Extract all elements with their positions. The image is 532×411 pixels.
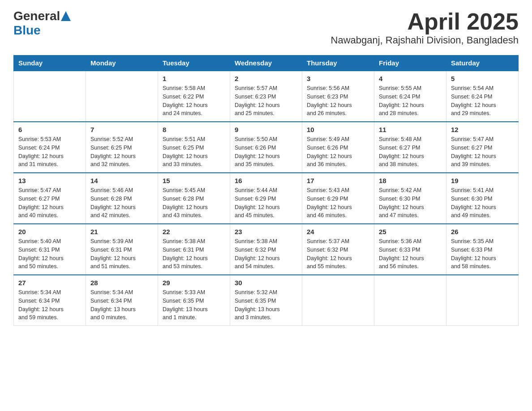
day-number: 26 [451, 228, 514, 235]
day-number: 9 [235, 126, 297, 133]
calendar-header: SundayMondayTuesdayWednesdayThursdayFrid… [14, 56, 519, 71]
calendar-week-1: 1Sunrise: 5:58 AMSunset: 6:22 PMDaylight… [14, 71, 519, 122]
calendar-day-10: 10Sunrise: 5:49 AMSunset: 6:26 PMDayligh… [302, 122, 374, 173]
logo-blue-text: Blue [13, 23, 41, 38]
calendar-week-2: 6Sunrise: 5:53 AMSunset: 6:24 PMDaylight… [14, 122, 519, 173]
day-number: 17 [307, 177, 369, 184]
day-info: Sunrise: 5:55 AMSunset: 6:24 PMDaylight:… [379, 84, 442, 118]
calendar-day-8: 8Sunrise: 5:51 AMSunset: 6:25 PMDaylight… [158, 122, 230, 173]
calendar-day-4: 4Sunrise: 5:55 AMSunset: 6:24 PMDaylight… [374, 71, 446, 122]
calendar-day-22: 22Sunrise: 5:38 AMSunset: 6:31 PMDayligh… [158, 224, 230, 275]
calendar-day-23: 23Sunrise: 5:38 AMSunset: 6:32 PMDayligh… [230, 224, 302, 275]
calendar-day-17: 17Sunrise: 5:43 AMSunset: 6:29 PMDayligh… [302, 173, 374, 224]
calendar-day-7: 7Sunrise: 5:52 AMSunset: 6:25 PMDaylight… [86, 122, 158, 173]
day-number: 20 [18, 228, 81, 235]
calendar-day-9: 9Sunrise: 5:50 AMSunset: 6:26 PMDaylight… [230, 122, 302, 173]
day-number: 22 [163, 228, 225, 235]
calendar-day-21: 21Sunrise: 5:39 AMSunset: 6:31 PMDayligh… [86, 224, 158, 275]
day-number: 14 [90, 177, 153, 184]
day-header-friday: Friday [374, 56, 446, 71]
calendar-day-27: 27Sunrise: 5:34 AMSunset: 6:34 PMDayligh… [14, 275, 86, 326]
day-info: Sunrise: 5:46 AMSunset: 6:28 PMDaylight:… [90, 186, 153, 220]
calendar-empty-cell [446, 275, 519, 326]
day-number: 6 [18, 126, 81, 133]
day-info: Sunrise: 5:37 AMSunset: 6:32 PMDaylight:… [307, 237, 369, 271]
day-header-wednesday: Wednesday [230, 56, 302, 71]
calendar-day-30: 30Sunrise: 5:32 AMSunset: 6:35 PMDayligh… [230, 275, 302, 326]
calendar-day-11: 11Sunrise: 5:48 AMSunset: 6:27 PMDayligh… [374, 122, 446, 173]
day-number: 29 [163, 279, 225, 287]
day-info: Sunrise: 5:47 AMSunset: 6:27 PMDaylight:… [18, 186, 81, 220]
day-info: Sunrise: 5:50 AMSunset: 6:26 PMDaylight:… [235, 135, 297, 169]
title-block: April 2025 Nawabganj, Rajshahi Division,… [331, 9, 519, 46]
day-number: 7 [90, 126, 153, 133]
day-info: Sunrise: 5:57 AMSunset: 6:23 PMDaylight:… [235, 84, 297, 118]
day-header-thursday: Thursday [302, 56, 374, 71]
day-number: 18 [379, 177, 442, 184]
day-number: 2 [235, 75, 297, 82]
calendar-day-6: 6Sunrise: 5:53 AMSunset: 6:24 PMDaylight… [14, 122, 86, 173]
calendar-day-24: 24Sunrise: 5:37 AMSunset: 6:32 PMDayligh… [302, 224, 374, 275]
day-number: 23 [235, 228, 297, 235]
day-info: Sunrise: 5:38 AMSunset: 6:32 PMDaylight:… [235, 237, 297, 271]
calendar-day-18: 18Sunrise: 5:42 AMSunset: 6:30 PMDayligh… [374, 173, 446, 224]
day-number: 10 [307, 126, 369, 133]
day-number: 27 [18, 279, 81, 287]
calendar-day-25: 25Sunrise: 5:36 AMSunset: 6:33 PMDayligh… [374, 224, 446, 275]
day-number: 4 [379, 75, 442, 82]
calendar-day-1: 1Sunrise: 5:58 AMSunset: 6:22 PMDaylight… [158, 71, 230, 122]
day-info: Sunrise: 5:35 AMSunset: 6:33 PMDaylight:… [451, 237, 514, 271]
page-subtitle: Nawabganj, Rajshahi Division, Bangladesh [331, 34, 519, 46]
day-info: Sunrise: 5:43 AMSunset: 6:29 PMDaylight:… [307, 186, 369, 220]
calendar-empty-cell [14, 71, 86, 122]
calendar-day-2: 2Sunrise: 5:57 AMSunset: 6:23 PMDaylight… [230, 71, 302, 122]
day-info: Sunrise: 5:58 AMSunset: 6:22 PMDaylight:… [163, 84, 225, 118]
calendar-day-26: 26Sunrise: 5:35 AMSunset: 6:33 PMDayligh… [446, 224, 519, 275]
day-info: Sunrise: 5:42 AMSunset: 6:30 PMDaylight:… [379, 186, 442, 220]
calendar-day-20: 20Sunrise: 5:40 AMSunset: 6:31 PMDayligh… [14, 224, 86, 275]
day-number: 28 [90, 279, 153, 287]
day-header-sunday: Sunday [14, 56, 86, 71]
calendar-day-13: 13Sunrise: 5:47 AMSunset: 6:27 PMDayligh… [14, 173, 86, 224]
day-info: Sunrise: 5:48 AMSunset: 6:27 PMDaylight:… [379, 135, 442, 169]
day-number: 30 [235, 279, 297, 287]
day-number: 16 [235, 177, 297, 184]
day-info: Sunrise: 5:54 AMSunset: 6:24 PMDaylight:… [451, 84, 514, 118]
day-number: 8 [163, 126, 225, 133]
calendar-empty-cell [86, 71, 158, 122]
day-info: Sunrise: 5:39 AMSunset: 6:31 PMDaylight:… [90, 237, 153, 271]
calendar-week-5: 27Sunrise: 5:34 AMSunset: 6:34 PMDayligh… [14, 275, 519, 326]
day-number: 1 [163, 75, 225, 82]
calendar-empty-cell [374, 275, 446, 326]
calendar-day-14: 14Sunrise: 5:46 AMSunset: 6:28 PMDayligh… [86, 173, 158, 224]
day-number: 13 [18, 177, 81, 184]
calendar-day-15: 15Sunrise: 5:45 AMSunset: 6:28 PMDayligh… [158, 173, 230, 224]
logo: General Blue [13, 9, 71, 38]
page-title: April 2025 [331, 9, 519, 34]
calendar-day-3: 3Sunrise: 5:56 AMSunset: 6:23 PMDaylight… [302, 71, 374, 122]
calendar-day-12: 12Sunrise: 5:47 AMSunset: 6:27 PMDayligh… [446, 122, 519, 173]
svg-marker-0 [61, 11, 71, 21]
calendar-empty-cell [302, 275, 374, 326]
day-number: 11 [379, 126, 442, 133]
calendar-day-19: 19Sunrise: 5:41 AMSunset: 6:30 PMDayligh… [446, 173, 519, 224]
day-info: Sunrise: 5:33 AMSunset: 6:35 PMDaylight:… [163, 288, 225, 322]
logo-general-text: General [13, 9, 60, 23]
day-header-saturday: Saturday [446, 56, 519, 71]
day-info: Sunrise: 5:56 AMSunset: 6:23 PMDaylight:… [307, 84, 369, 118]
page-header: General Blue April 2025 Nawabganj, Rajsh… [13, 9, 519, 46]
calendar-day-16: 16Sunrise: 5:44 AMSunset: 6:29 PMDayligh… [230, 173, 302, 224]
calendar-day-29: 29Sunrise: 5:33 AMSunset: 6:35 PMDayligh… [158, 275, 230, 326]
day-info: Sunrise: 5:40 AMSunset: 6:31 PMDaylight:… [18, 237, 81, 271]
calendar-table: SundayMondayTuesdayWednesdayThursdayFrid… [13, 55, 519, 326]
day-info: Sunrise: 5:36 AMSunset: 6:33 PMDaylight:… [379, 237, 442, 271]
day-number: 5 [451, 75, 514, 82]
day-number: 15 [163, 177, 225, 184]
day-info: Sunrise: 5:49 AMSunset: 6:26 PMDaylight:… [307, 135, 369, 169]
calendar-day-5: 5Sunrise: 5:54 AMSunset: 6:24 PMDaylight… [446, 71, 519, 122]
day-number: 3 [307, 75, 369, 82]
day-info: Sunrise: 5:38 AMSunset: 6:31 PMDaylight:… [163, 237, 225, 271]
day-number: 24 [307, 228, 369, 235]
day-info: Sunrise: 5:51 AMSunset: 6:25 PMDaylight:… [163, 135, 225, 169]
day-number: 19 [451, 177, 514, 184]
